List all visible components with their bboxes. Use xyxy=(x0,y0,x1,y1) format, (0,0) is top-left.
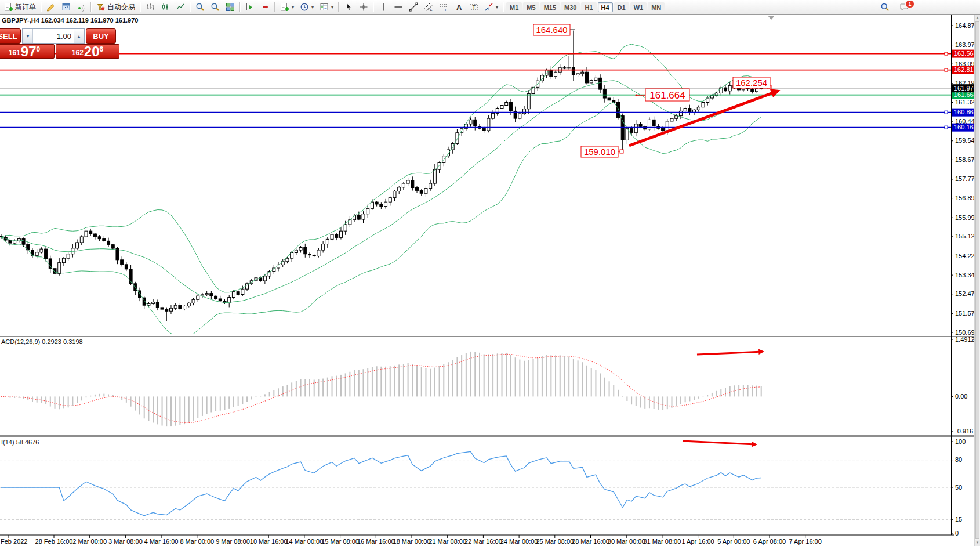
trendline-icon xyxy=(409,2,418,12)
toolbar-separator xyxy=(239,2,241,12)
volume-increase-button[interactable]: ▲ xyxy=(74,29,84,43)
chart-symbol-ohlc: GBPJPY-,H4 162.034 162.119 161.970 161.9… xyxy=(2,17,138,24)
sell-price-display[interactable]: 161 97 0 xyxy=(0,44,55,59)
chart-shift-button[interactable] xyxy=(258,1,272,13)
volume-decrease-button[interactable]: ▼ xyxy=(23,29,33,43)
svg-text:100: 100 xyxy=(955,438,966,445)
new-order-button[interactable]: 新订单 xyxy=(2,1,38,13)
notification-badge: 1 xyxy=(905,0,914,8)
horizontal-line-button[interactable] xyxy=(391,1,405,13)
vertical-line-button[interactable] xyxy=(376,1,390,13)
time-axis-label: 28 Mar 16:00 xyxy=(572,538,609,545)
text-label-button[interactable]: T xyxy=(467,1,481,13)
scroll-down-button[interactable]: ▼ xyxy=(975,540,980,546)
time-axis-label: 16 Mar 16:00 xyxy=(357,538,395,545)
time-axis-label: 3 Mar 08:00 xyxy=(108,538,143,545)
tile-windows-button[interactable] xyxy=(223,1,237,13)
cursor-button[interactable] xyxy=(342,1,355,13)
equidistant-channel-button[interactable]: E xyxy=(422,1,435,13)
candlestick-chart-button[interactable] xyxy=(158,1,172,13)
autotrade-icon xyxy=(96,2,106,12)
svg-text:15: 15 xyxy=(955,516,962,523)
annotations-layer[interactable]: 164.640161.664162.254159.010 xyxy=(533,24,778,444)
triangle-down-icon: ▼ xyxy=(26,34,30,38)
timeframe-w1[interactable]: W1 xyxy=(630,2,647,12)
macd-layer xyxy=(1,352,761,426)
indicators-button[interactable]: ▾ xyxy=(278,1,296,13)
line-endpoint-marker xyxy=(945,52,948,55)
time-axis-label: 7 Apr 16:00 xyxy=(789,538,822,545)
timeframe-m1[interactable]: M1 xyxy=(506,2,522,12)
time-axis-label: 4 Mar 16:00 xyxy=(144,538,179,545)
svg-text:T: T xyxy=(473,4,476,10)
signals-button[interactable] xyxy=(74,1,88,13)
buy-price-display[interactable]: 162 20 6 xyxy=(56,44,119,59)
crosshair-button[interactable] xyxy=(357,1,371,13)
zoom-in-button[interactable] xyxy=(193,1,207,13)
chart-shift-icon xyxy=(260,2,270,12)
buy-price-big: 20 xyxy=(84,45,100,58)
vline-icon xyxy=(379,2,388,12)
timeframe-d1[interactable]: D1 xyxy=(614,2,629,12)
templates-icon xyxy=(320,2,329,12)
rsi-indicator-label: I(14) 58.4676 xyxy=(1,439,39,446)
periods-button[interactable]: ▾ xyxy=(297,1,316,13)
candlestick-icon xyxy=(161,2,170,12)
scrollbar-thumb[interactable] xyxy=(975,21,979,539)
sell-button[interactable]: SELL xyxy=(0,28,21,44)
line-endpoint-marker xyxy=(945,111,948,114)
timeframe-h1[interactable]: H1 xyxy=(581,2,596,12)
sell-price-sup: 0 xyxy=(37,45,41,53)
auto-scroll-button[interactable] xyxy=(243,1,257,13)
notifications-button[interactable]: 1 xyxy=(897,1,911,13)
toolbar-separator xyxy=(338,2,339,12)
templates-button[interactable]: ▾ xyxy=(317,1,336,13)
time-axis-label: 14 Mar 00:00 xyxy=(285,538,323,545)
line-chart-button[interactable] xyxy=(173,1,187,13)
svg-text:-0.9167: -0.9167 xyxy=(955,428,977,435)
time-axis-label: 9 Mar 08:00 xyxy=(216,538,250,545)
trendline-button[interactable] xyxy=(406,1,420,13)
svg-text:1.4912: 1.4912 xyxy=(955,336,975,343)
arrows-button[interactable]: ▾ xyxy=(482,1,500,13)
svg-text:160.860: 160.860 xyxy=(954,109,977,115)
chart-scrollbar[interactable]: ▲ ▼ xyxy=(974,15,980,546)
timeframe-mn[interactable]: MN xyxy=(648,2,665,12)
periods-icon xyxy=(300,2,309,12)
buy-price-sup: 6 xyxy=(100,45,104,53)
line-endpoint-marker xyxy=(945,126,948,129)
time-axis-label: 10 Mar 16:00 xyxy=(250,538,288,545)
auto-trading-button[interactable]: 自动交易 xyxy=(94,1,137,13)
timeframe-h4[interactable]: H4 xyxy=(598,2,613,12)
time-axis-label: 25 Mar 08:00 xyxy=(536,538,574,545)
timeframe-m5[interactable]: M5 xyxy=(523,2,539,12)
chart-shift-marker[interactable] xyxy=(768,16,775,20)
scroll-up-button[interactable]: ▲ xyxy=(975,15,980,21)
price-annotation-text: 161.664 xyxy=(649,90,685,101)
text-button[interactable]: A xyxy=(452,1,466,13)
buy-price-prefix: 162 xyxy=(72,49,84,57)
indicators-icon xyxy=(280,2,289,12)
search-button[interactable] xyxy=(878,1,892,13)
fibonacci-button[interactable]: F xyxy=(437,1,451,13)
line-endpoint-marker xyxy=(945,68,948,71)
time-axis-label: 24 Mar 00:00 xyxy=(500,538,538,545)
cursor-icon xyxy=(344,2,353,12)
zoom-in-icon xyxy=(195,2,205,12)
zoom-out-button[interactable] xyxy=(208,1,222,13)
toolbar-button-label: 新订单 xyxy=(15,2,36,12)
time-axis-label: 2 Mar 00:00 xyxy=(72,538,107,545)
timeframe-m30[interactable]: M30 xyxy=(561,2,580,12)
chart-canvas[interactable]: 164.870163.970163.095162.195161.320160.4… xyxy=(0,0,980,546)
buy-button[interactable]: BUY xyxy=(86,28,116,44)
crayon-button[interactable] xyxy=(44,1,58,13)
bars-chart-button[interactable] xyxy=(143,1,157,13)
timeframe-m15[interactable]: M15 xyxy=(540,2,560,12)
time-axis-label: 15 Mar 08:00 xyxy=(321,538,359,545)
toolbar-separator xyxy=(140,2,141,12)
volume-input[interactable] xyxy=(33,29,74,43)
svg-text:163.568: 163.568 xyxy=(954,50,977,57)
time-axis-label: Feb 2022 xyxy=(1,538,27,545)
new-chart-button[interactable] xyxy=(59,1,73,13)
toolbar-separator xyxy=(274,2,275,12)
